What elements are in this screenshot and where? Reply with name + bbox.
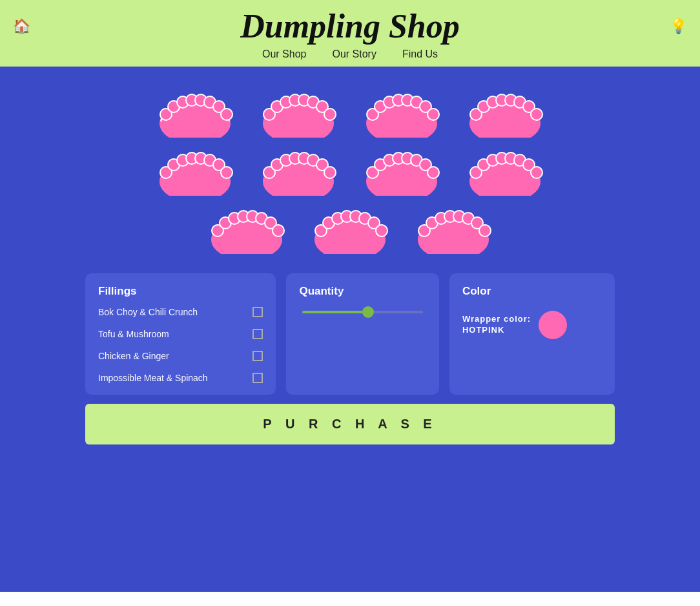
header: 🏠 Dumpling Shop Our Shop Our Story Find … <box>0 0 700 67</box>
color-label: Wrapper color: HOTPINK <box>462 314 531 336</box>
dumpling-row-3 <box>85 202 615 254</box>
filling-checkbox-1[interactable] <box>252 307 263 317</box>
dumpling-icon <box>205 202 289 254</box>
site-title: Dumpling Shop <box>13 8 687 45</box>
svg-point-26 <box>427 109 439 120</box>
filling-item-2: Tofu & Mushroom <box>98 329 263 339</box>
dumpling-icon <box>463 86 547 138</box>
svg-point-8 <box>221 109 232 120</box>
filling-checkbox-2[interactable] <box>252 329 263 339</box>
main-nav: Our Shop Our Story Find Us <box>13 48 687 60</box>
controls-section: Fillings Bok Choy & Chili Crunch Tofu & … <box>85 273 615 395</box>
nav-our-shop[interactable]: Our Shop <box>262 48 306 60</box>
filling-item-3: Chicken & Ginger <box>98 351 263 361</box>
fillings-card: Fillings Bok Choy & Chili Crunch Tofu & … <box>85 273 276 395</box>
dumpling-icon <box>256 86 340 138</box>
slider-container <box>299 311 426 313</box>
quantity-slider[interactable] <box>302 311 422 313</box>
dumpling-icon <box>153 86 237 138</box>
dumpling-icon <box>256 144 340 196</box>
svg-point-44 <box>221 167 232 178</box>
settings-icon[interactable]: 💡 <box>670 18 687 35</box>
fillings-title: Fillings <box>98 285 263 298</box>
quantity-card: Quantity <box>286 273 438 395</box>
dumpling-icon <box>463 144 547 196</box>
svg-point-71 <box>531 167 542 178</box>
nav-find-us[interactable]: Find Us <box>402 48 438 60</box>
color-card: Color Wrapper color: HOTPINK <box>449 273 615 395</box>
color-swatch[interactable] <box>539 311 567 339</box>
wrapper-color-label: Wrapper color: <box>462 314 531 325</box>
filling-label-1: Bok Choy & Chili Crunch <box>98 307 198 317</box>
filling-checkbox-3[interactable] <box>252 351 263 361</box>
color-name: HOTPINK <box>462 325 531 336</box>
dumpling-icon <box>153 144 237 196</box>
dumpling-icon <box>360 86 444 138</box>
svg-point-53 <box>324 167 336 178</box>
color-display: Wrapper color: HOTPINK <box>462 311 602 339</box>
svg-point-98 <box>479 225 491 236</box>
svg-point-89 <box>376 225 387 236</box>
filling-label-2: Tofu & Mushroom <box>98 329 169 339</box>
quantity-title: Quantity <box>299 285 426 298</box>
dumplings-display <box>85 86 615 254</box>
purchase-button[interactable]: P U R C H A S E <box>85 404 615 444</box>
dumpling-icon <box>411 202 495 254</box>
svg-point-17 <box>324 109 336 120</box>
filling-label-3: Chicken & Ginger <box>98 351 169 361</box>
svg-point-62 <box>427 167 439 178</box>
svg-point-80 <box>273 225 284 236</box>
filling-checkbox-4[interactable] <box>252 373 263 383</box>
dumpling-icon <box>360 144 444 196</box>
filling-label-4: Impossible Meat & Spinach <box>98 373 208 383</box>
filling-item-1: Bok Choy & Chili Crunch <box>98 307 263 317</box>
nav-our-story[interactable]: Our Story <box>332 48 376 60</box>
dumpling-row-1 <box>85 86 615 138</box>
svg-point-35 <box>531 109 542 120</box>
main-content: Fillings Bok Choy & Chili Crunch Tofu & … <box>0 67 700 592</box>
dumpling-row-2 <box>85 144 615 196</box>
dumpling-icon <box>308 202 392 254</box>
filling-item-4: Impossible Meat & Spinach <box>98 373 263 383</box>
home-icon[interactable]: 🏠 <box>13 18 30 35</box>
color-title: Color <box>462 285 602 298</box>
